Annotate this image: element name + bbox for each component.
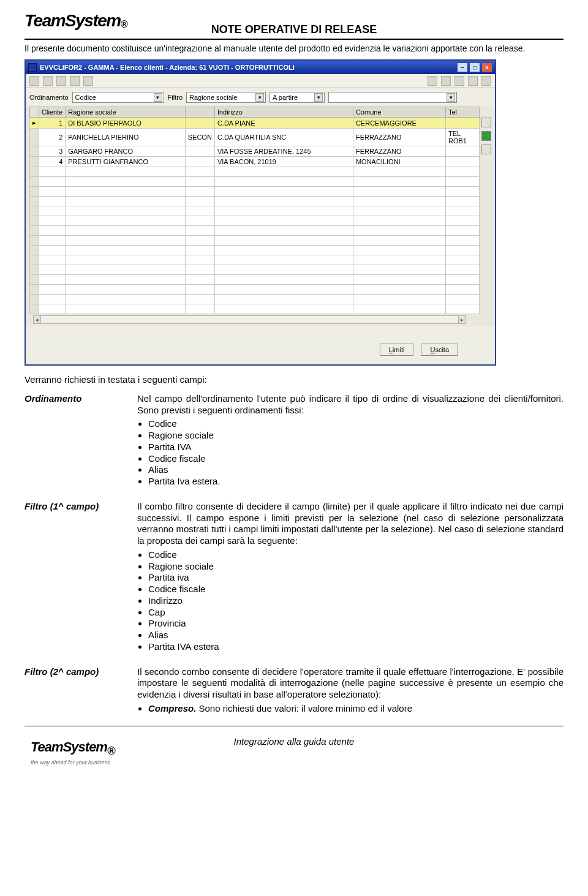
side-icon-excel-icon[interactable] [481,131,491,141]
filtro-label: Filtro [168,94,183,101]
filtro-combo[interactable]: Ragione sociale ▾ [186,92,266,103]
tb-icon-2[interactable] [43,76,53,86]
side-icon-3[interactable] [481,145,491,154]
tb-icon-5[interactable] [83,76,93,86]
footer-logo: TeamSystem® [31,740,115,757]
def-desc: Il secondo combo consente di decidere l'… [137,666,564,715]
table-row[interactable]: ▸1DI BLASIO PIERPAOLOC.DA PIANECERCEMAGG… [30,118,480,129]
footer-text: Integrazione alla guida utente [234,736,355,747]
app-window: EVVCLIFOR2 - GAMMA - Elenco clienti - Az… [24,59,496,366]
list-item: Partita iva [148,572,564,584]
def-term: Filtro (2^ campo) [24,666,129,715]
chevron-down-icon: ▾ [314,93,323,102]
list-item: Cap [148,607,564,619]
table-row[interactable] [30,167,480,177]
table-row[interactable]: 4PRESUTTI GIANFRANCOVIA BACON, 21019MONA… [30,157,480,167]
tb-icon-more-icon[interactable] [481,76,491,86]
scroll-right-icon[interactable]: ▸ [459,317,466,323]
table-row[interactable] [30,246,480,255]
list-item: Codice [148,549,564,561]
footer-tagline: the way ahead for your business [31,759,110,766]
def-desc: Nel campo dell'ordinamento l'utente può … [137,393,564,488]
tb-icon-chevron-icon[interactable] [428,76,437,86]
def-term: Filtro (1^ campo) [24,501,129,653]
table-row[interactable] [30,236,480,246]
tb-icon-1[interactable] [29,76,39,86]
intro-text: Verranno richiesti in testata i seguenti… [24,374,564,386]
ord-label: Ordinamento [29,94,69,101]
h-scrollbar[interactable]: ◂ ▸ [33,315,466,324]
list-item: Partita IVA estera [148,641,564,653]
chevron-down-icon: ▾ [255,93,264,102]
table-row[interactable] [30,206,480,216]
limiti-button[interactable]: Limiti [380,344,414,356]
list-item: Ragione sociale [148,430,564,442]
chevron-down-icon: ▾ [154,93,162,102]
page-subtitle: Il presente documento costituisce un'int… [24,43,564,53]
col-indirizzo[interactable]: Indirizzo [214,107,353,118]
table-row[interactable] [30,285,480,295]
uscita-button[interactable]: Uscita [421,344,458,356]
table-row[interactable] [30,197,480,206]
footer: TeamSystem® the way ahead for your busin… [24,729,564,755]
list-item: Provincia [148,618,564,630]
tb-icon-help-icon[interactable] [454,76,464,86]
list-item: Codice [148,418,564,430]
tb-icon-3[interactable] [56,76,66,86]
table-row[interactable]: 3GARGARO FRANCOVIA FOSSE ARDEATINE, 1245… [30,146,480,157]
filtro-value: Ragione sociale [189,94,237,101]
def-term: Ordinamento [24,393,129,488]
titlebar: EVVCLIFOR2 - GAMMA - Elenco clienti - Az… [26,61,495,74]
table-row[interactable] [30,304,480,314]
data-grid[interactable]: Cliente Ragione sociale Indirizzo Comune… [29,107,480,314]
search-field[interactable]: ▾ [328,92,457,103]
ord-combo[interactable]: Codice ▾ [72,92,164,103]
table-row[interactable] [30,255,480,265]
scroll-left-icon[interactable]: ◂ [34,317,40,323]
col-comune[interactable]: Comune [353,107,445,118]
list-item: Indirizzo [148,595,564,607]
minimize-button[interactable]: – [457,62,468,72]
col-cliente[interactable]: Cliente [39,107,66,118]
list-item: Alias [148,464,564,476]
logo-text: TeamSystem [24,11,121,30]
list-item: Ragione sociale [148,561,564,573]
list-item: Partita Iva estera. [148,476,564,488]
table-row[interactable] [30,216,480,226]
tb-icon-refresh-icon[interactable] [468,76,478,86]
tb-icon-4[interactable] [70,76,80,86]
list-item: Codice fiscale [148,453,564,465]
operator-value: A partire [273,94,298,101]
grid-header-row: Cliente Ragione sociale Indirizzo Comune… [30,107,480,118]
maximize-button[interactable]: □ [469,62,480,72]
table-row[interactable] [30,265,480,275]
table-row[interactable] [30,275,480,285]
operator-combo[interactable]: A partire ▾ [270,92,325,103]
table-row[interactable] [30,226,480,236]
divider [24,39,564,40]
list-item: Compreso. Sono richiesti due valori: il … [148,703,564,715]
table-row[interactable] [30,187,480,197]
filter-bar: Ordinamento Codice ▾ Filtro Ragione soci… [26,88,495,107]
col-ragione[interactable]: Ragione sociale [66,107,186,118]
def-desc: Il combo filtro consente di decidere il … [137,501,564,653]
col-extra[interactable] [185,107,214,118]
list-item: Codice fiscale [148,584,564,595]
close-button[interactable]: × [481,62,492,72]
tb-icon-search-icon[interactable] [441,76,451,86]
table-row[interactable]: 2PANICHELLA PIERINOSECONC.DA QUARTILIA S… [30,129,480,146]
window-title: EVVCLIFOR2 - GAMMA - Elenco clienti - Az… [40,64,295,71]
table-row[interactable] [30,177,480,187]
side-icon-1[interactable] [481,118,491,127]
app-icon [28,63,37,72]
ord-value: Codice [75,94,96,101]
col-tel[interactable]: Tel [446,107,480,118]
list-item: Partita IVA [148,442,564,453]
chevron-down-icon: ▾ [447,93,455,102]
list-item: Alias [148,630,564,641]
footer-divider [24,726,564,726]
table-row[interactable] [30,295,480,304]
toolbar [26,74,495,88]
logo-reg: ® [121,19,127,29]
